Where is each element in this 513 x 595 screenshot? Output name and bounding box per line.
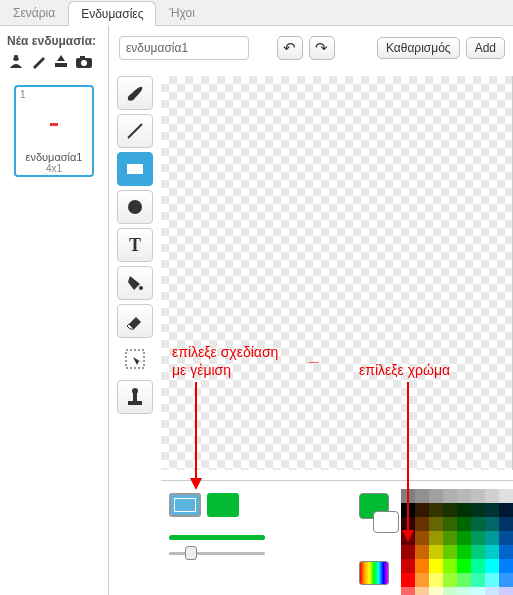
stroke-width-slider[interactable]	[169, 552, 265, 555]
palette-swatch[interactable]	[415, 559, 429, 573]
palette-swatch[interactable]	[499, 573, 513, 587]
palette-swatch[interactable]	[471, 531, 485, 545]
palette-swatch[interactable]	[457, 503, 471, 517]
tab-sounds[interactable]: Ήχοι	[156, 0, 207, 25]
thumb-index: 1	[20, 89, 26, 100]
ellipse-tool[interactable]	[117, 190, 153, 224]
palette-swatch[interactable]	[457, 531, 471, 545]
palette-swatch[interactable]	[485, 517, 499, 531]
palette-swatch[interactable]	[401, 489, 415, 503]
color-spectrum-button[interactable]	[359, 561, 389, 585]
palette-swatch[interactable]	[485, 545, 499, 559]
palette-swatch[interactable]	[457, 573, 471, 587]
palette-swatch[interactable]	[485, 587, 499, 595]
palette-swatch[interactable]	[401, 517, 415, 531]
svg-rect-8	[127, 164, 143, 174]
palette-swatch[interactable]	[499, 531, 513, 545]
undo-button[interactable]: ↶	[277, 36, 303, 60]
svg-rect-12	[128, 401, 142, 405]
palette-swatch[interactable]	[415, 517, 429, 531]
palette-swatch[interactable]	[471, 503, 485, 517]
palette-swatch[interactable]	[429, 587, 443, 595]
palette-swatch[interactable]	[415, 489, 429, 503]
palette-swatch[interactable]	[415, 531, 429, 545]
palette-swatch[interactable]	[429, 503, 443, 517]
palette-swatch[interactable]	[429, 545, 443, 559]
select-tool[interactable]	[117, 342, 153, 376]
palette-swatch[interactable]	[443, 559, 457, 573]
shape-outline-mode[interactable]	[169, 493, 201, 517]
palette-swatch[interactable]	[401, 503, 415, 517]
palette-swatch[interactable]	[471, 545, 485, 559]
palette-swatch[interactable]	[499, 545, 513, 559]
palette-swatch[interactable]	[457, 559, 471, 573]
costume-name-input[interactable]	[119, 36, 249, 60]
paint-editor: ↶ ↷ Καθαρισμός Add T —	[109, 26, 513, 595]
palette-swatch[interactable]	[443, 573, 457, 587]
palette-swatch[interactable]	[471, 489, 485, 503]
palette-swatch[interactable]	[429, 559, 443, 573]
palette-swatch[interactable]	[429, 573, 443, 587]
palette-swatch[interactable]	[457, 489, 471, 503]
palette-swatch[interactable]	[401, 531, 415, 545]
shape-filled-mode[interactable]	[207, 493, 239, 517]
stamp-tool[interactable]	[117, 380, 153, 414]
svg-rect-6	[80, 56, 85, 59]
line-tool[interactable]	[117, 114, 153, 148]
palette-swatch[interactable]	[499, 489, 513, 503]
palette-swatch[interactable]	[429, 517, 443, 531]
tab-costumes[interactable]: Ενδυμασίες	[68, 1, 156, 26]
palette-swatch[interactable]	[443, 531, 457, 545]
palette-swatch[interactable]	[443, 587, 457, 595]
upload-icon[interactable]	[53, 53, 69, 74]
paint-icon[interactable]	[31, 53, 47, 74]
palette-swatch[interactable]	[499, 517, 513, 531]
library-icon[interactable]	[7, 52, 25, 75]
palette-swatch[interactable]	[429, 489, 443, 503]
palette-swatch[interactable]	[401, 559, 415, 573]
palette-swatch[interactable]	[415, 573, 429, 587]
palette-swatch[interactable]	[499, 559, 513, 573]
rectangle-tool[interactable]	[117, 152, 153, 186]
palette-swatch[interactable]	[443, 517, 457, 531]
palette-swatch[interactable]	[415, 503, 429, 517]
new-costume-buttons	[3, 52, 105, 81]
add-button[interactable]: Add	[466, 37, 505, 59]
palette-swatch[interactable]	[485, 489, 499, 503]
palette-swatch[interactable]	[429, 531, 443, 545]
palette-swatch[interactable]	[485, 559, 499, 573]
palette-swatch[interactable]	[499, 503, 513, 517]
palette-swatch[interactable]	[471, 517, 485, 531]
background-color-swatch[interactable]	[373, 511, 399, 533]
palette-swatch[interactable]	[457, 545, 471, 559]
palette-swatch[interactable]	[471, 559, 485, 573]
tab-scripts[interactable]: Σενάρια	[0, 0, 68, 25]
svg-rect-13	[133, 393, 137, 401]
palette-swatch[interactable]	[401, 587, 415, 595]
palette-swatch[interactable]	[443, 503, 457, 517]
palette-swatch[interactable]	[443, 489, 457, 503]
palette-swatch[interactable]	[485, 531, 499, 545]
text-tool[interactable]: T	[117, 228, 153, 262]
costume-thumbnail[interactable]: 1 ενδυμασία1 4x1	[14, 85, 94, 177]
palette-swatch[interactable]	[499, 587, 513, 595]
palette-swatch[interactable]	[471, 573, 485, 587]
camera-icon[interactable]	[75, 53, 93, 74]
palette-swatch[interactable]	[485, 503, 499, 517]
palette-swatch[interactable]	[401, 545, 415, 559]
palette-swatch[interactable]	[443, 545, 457, 559]
palette-swatch[interactable]	[401, 573, 415, 587]
palette-swatch[interactable]	[485, 573, 499, 587]
palette-swatch[interactable]	[457, 517, 471, 531]
brush-tool[interactable]	[117, 76, 153, 110]
fill-tool[interactable]	[117, 266, 153, 300]
clear-button[interactable]: Καθαρισμός	[377, 37, 460, 59]
palette-swatch[interactable]	[415, 587, 429, 595]
svg-point-5	[81, 60, 87, 66]
palette-swatch[interactable]	[471, 587, 485, 595]
palette-swatch[interactable]	[415, 545, 429, 559]
palette-swatch[interactable]	[457, 587, 471, 595]
drawing-canvas[interactable]: —	[161, 76, 513, 470]
eraser-tool[interactable]	[117, 304, 153, 338]
redo-button[interactable]: ↷	[309, 36, 335, 60]
